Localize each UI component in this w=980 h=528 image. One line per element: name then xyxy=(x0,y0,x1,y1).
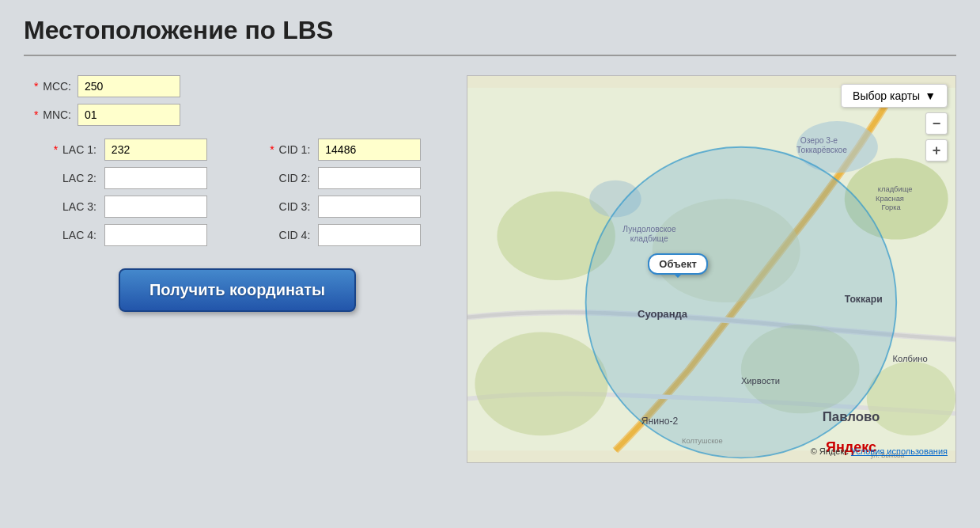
cid1-input[interactable] xyxy=(318,139,421,161)
svg-text:кладбище: кладбище xyxy=(878,185,913,193)
mnc-label: * MNC: xyxy=(24,108,71,121)
map-container: Озеро 3-е Токкарёвское кладбище Красная … xyxy=(467,75,956,463)
lac4-label: LAC 4: xyxy=(24,229,101,241)
mcc-label: * MCC: xyxy=(24,80,71,93)
svg-text:Озеро 3-е: Озеро 3-е xyxy=(800,136,838,145)
mnc-input[interactable] xyxy=(78,104,180,126)
mnc-row: * MNC: xyxy=(24,104,451,126)
cid1-label: * CID 1: xyxy=(240,143,316,156)
page-title: Местоположение по LBS xyxy=(24,16,956,45)
lac3-label: LAC 3: xyxy=(24,200,101,213)
cid2-input[interactable] xyxy=(318,167,421,189)
mcc-required-star: * xyxy=(34,80,38,93)
svg-text:кладбище: кладбище xyxy=(630,234,668,243)
mcc-row: * MCC: xyxy=(24,75,451,97)
svg-text:Хирвости: Хирвости xyxy=(741,376,780,386)
svg-text:Красная: Красная xyxy=(876,195,904,203)
svg-text:Лундоловское: Лундоловское xyxy=(622,225,676,234)
cid4-input[interactable] xyxy=(318,224,421,246)
svg-text:Янино-2: Янино-2 xyxy=(641,416,679,427)
lac2-label: LAC 2: xyxy=(24,172,101,184)
svg-text:Суоранда: Суоранда xyxy=(638,308,688,320)
get-coords-button[interactable]: Получить координаты xyxy=(119,268,356,312)
select-map-button[interactable]: Выбор карты ▼ xyxy=(841,84,948,108)
mcc-input[interactable] xyxy=(78,75,180,97)
svg-point-3 xyxy=(475,332,607,435)
map-controls: Выбор карты ▼ − + xyxy=(841,84,948,161)
mnc-required-star: * xyxy=(34,108,38,121)
svg-text:Токкарёвское: Токкарёвское xyxy=(796,146,847,154)
main-layout: * MCC: * MNC: * LAC 1: * CID 1: xyxy=(24,75,956,463)
svg-text:Токкари: Токкари xyxy=(845,294,883,305)
svg-text:Колтушское: Колтушское xyxy=(682,437,723,445)
cid3-label: CID 3: xyxy=(240,200,316,213)
select-map-label: Выбор карты xyxy=(853,89,920,102)
svg-text:Горка: Горка xyxy=(882,203,902,211)
lac-cid-grid: * LAC 1: * CID 1: LAC 2: CID 2: LAC 3: C… xyxy=(24,139,451,246)
cid2-label: CID 2: xyxy=(240,172,316,184)
cid3-input[interactable] xyxy=(318,196,421,218)
lac1-label: * LAC 1: xyxy=(24,143,101,156)
lac1-input[interactable] xyxy=(104,139,207,161)
lac3-input[interactable] xyxy=(104,196,207,218)
title-divider xyxy=(24,55,956,56)
svg-text:Павлово: Павлово xyxy=(823,409,880,424)
lac2-input[interactable] xyxy=(104,167,207,189)
lac4-input[interactable] xyxy=(104,224,207,246)
attribution-link[interactable]: Условия использования xyxy=(851,446,948,456)
map-attribution: © Яндекс Условия использования xyxy=(811,446,948,456)
left-panel: * MCC: * MNC: * LAC 1: * CID 1: xyxy=(24,75,451,312)
object-popup: Объект xyxy=(648,253,708,275)
zoom-minus-button[interactable]: − xyxy=(925,112,948,135)
zoom-plus-button[interactable]: + xyxy=(925,139,948,161)
svg-text:Колбино: Колбино xyxy=(893,354,928,363)
chevron-down-icon: ▼ xyxy=(925,89,936,102)
cid4-label: CID 4: xyxy=(240,229,316,241)
